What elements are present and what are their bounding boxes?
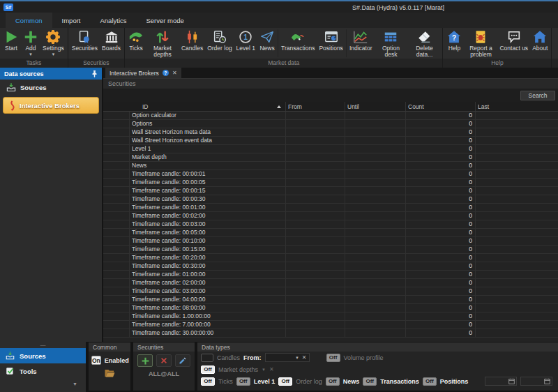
on-toggle-button[interactable]: On (91, 356, 101, 365)
table-row[interactable]: News0 (103, 162, 558, 170)
about-button[interactable]: About (530, 28, 550, 59)
dropdown-arrow-icon: ▼ (29, 52, 33, 56)
nav-item-tools[interactable]: Tools (0, 363, 86, 379)
chevron-down-icon: ▼ (295, 356, 299, 360)
help-button[interactable]: ? Help (444, 28, 464, 59)
cell-count: 0 (406, 187, 476, 195)
tab-common[interactable]: Common (6, 13, 52, 28)
cell-count: 0 (406, 229, 476, 236)
settings-button[interactable]: Settings ▼ (40, 28, 66, 59)
level1-toggle[interactable]: Off (236, 377, 250, 386)
inbox-icon (5, 351, 15, 361)
report-problem-button[interactable]: Report a problem (464, 28, 497, 59)
edit-security-button[interactable] (175, 354, 190, 367)
table-row[interactable]: Timeframe candle: 1.00:00:000 (103, 312, 558, 321)
table-row[interactable]: Timeframe candle: 03:00:000 (103, 287, 558, 296)
ticks-toggle[interactable]: Off (201, 377, 215, 386)
open-folder-icon[interactable] (104, 368, 116, 378)
indicator-button[interactable]: Indicator (347, 28, 375, 59)
add-button[interactable]: Add ▼ (21, 28, 40, 59)
column-header-id[interactable]: ID (103, 102, 286, 111)
positions-toggle[interactable]: Off (423, 377, 437, 386)
news-toggle[interactable]: Off (326, 377, 340, 386)
table-row[interactable]: Timeframe candle: 00:00:010 (103, 170, 558, 179)
document-tab-bar: Interactive Brokers ? ✕ (103, 68, 558, 78)
cell-count: 0 (406, 128, 476, 136)
column-header-until[interactable]: Until (345, 102, 406, 111)
table-row[interactable]: Wall Street Horizon meta data0 (103, 128, 558, 137)
sidebar-item-interactive-brokers[interactable]: Interactive Brokers (3, 97, 99, 114)
cell-id: Timeframe candle: 00:10:00 (130, 237, 286, 245)
remove-security-button[interactable] (156, 354, 172, 367)
table-row[interactable]: Timeframe candle: 00:10:000 (103, 237, 558, 246)
market-depths-combo[interactable]: ▼ ✕ (262, 366, 274, 372)
table-row[interactable]: Timeframe candle: 00:20:000 (103, 254, 558, 262)
close-icon[interactable]: ✕ (172, 70, 177, 76)
table-row[interactable]: Timeframe candle: 00:05:000 (103, 229, 558, 237)
candles-checkbox[interactable] (201, 354, 213, 362)
start-button[interactable]: Start (1, 28, 21, 59)
table-row[interactable]: Timeframe candle: 00:03:000 (103, 220, 558, 229)
date-until-input[interactable] (520, 377, 552, 386)
contact-us-button[interactable]: Contact us (497, 28, 530, 59)
column-header-last[interactable]: Last (476, 102, 558, 111)
securities-button[interactable]: Securities (70, 28, 100, 59)
tab-import[interactable]: Import (52, 13, 91, 28)
add-security-button[interactable] (137, 354, 153, 367)
table-row[interactable]: Timeframe candle: 00:01:000 (103, 204, 558, 212)
transactions-toggle[interactable]: Off (363, 377, 377, 386)
sidebar-item-label: Sources (20, 84, 47, 91)
table-row[interactable]: Timeframe candle: 02:00:000 (103, 279, 558, 287)
search-button[interactable]: Search (520, 91, 555, 100)
table-row[interactable]: Timeframe candle: 7.00:00:000 (103, 321, 558, 329)
candlestick-icon (185, 29, 200, 45)
table-row[interactable]: Timeframe candle: 00:00:300 (103, 195, 558, 204)
table-row[interactable]: Timeframe candle: 04:00:000 (103, 296, 558, 304)
table-row[interactable]: Timeframe candle: 00:00:050 (103, 179, 558, 187)
boards-button[interactable]: Boards (100, 28, 123, 59)
market-depths-button[interactable]: Market depths (146, 28, 179, 59)
option-desk-button[interactable]: Option desk (374, 28, 407, 59)
volume-profile-toggle[interactable]: Off (326, 354, 340, 362)
chevron-down-icon[interactable]: ▼ (73, 382, 77, 386)
sidebar-item-sources[interactable]: Sources (0, 80, 102, 96)
splitter-handle[interactable]: — (0, 342, 86, 348)
help-circle-icon[interactable]: ? (163, 70, 169, 76)
market-depths-row: Off Market depths ▼ ✕ (197, 363, 558, 375)
table-row[interactable]: Timeframe candle: 00:30:000 (103, 262, 558, 271)
candles-button[interactable]: Candles (179, 28, 205, 59)
column-header-count[interactable]: Count (406, 102, 476, 111)
table-row[interactable]: Timeframe candle: 08:00:000 (103, 304, 558, 312)
table-row[interactable]: Level 10 (103, 145, 558, 153)
order-log-toggle[interactable]: Off (278, 377, 292, 386)
clear-icon[interactable]: ✕ (302, 355, 307, 361)
table-row[interactable]: Timeframe candle: 01:00:000 (103, 271, 558, 279)
level1-button[interactable]: 1 Level 1 (234, 28, 257, 59)
candles-timeframe-combo[interactable]: ▼ ✕ (265, 353, 310, 362)
nav-item-sources[interactable]: Sources (0, 348, 86, 363)
pin-icon[interactable] (91, 70, 98, 77)
table-row[interactable]: Timeframe candle: 00:15:000 (103, 246, 558, 254)
cell-id: Timeframe candle: 02:00:00 (130, 279, 286, 287)
delete-data-button[interactable]: Delete data... (407, 28, 441, 59)
table-row[interactable]: Timeframe candle: 00:02:000 (103, 212, 558, 220)
doc-tab-interactive-brokers[interactable]: Interactive Brokers ? ✕ (105, 68, 181, 78)
positions-button[interactable]: Positions (317, 28, 345, 59)
table-row[interactable]: Options0 (103, 120, 558, 128)
transactions-button[interactable]: Transactions (279, 28, 317, 59)
column-header-from[interactable]: From (286, 102, 345, 111)
table-row[interactable]: Option calculator0 (103, 112, 558, 120)
table-row[interactable]: Timeframe candle: 00:00:150 (103, 187, 558, 195)
market-depths-toggle[interactable]: Off (201, 365, 215, 374)
date-from-input[interactable] (485, 377, 517, 386)
cell-count: 0 (406, 212, 476, 220)
news-button[interactable]: News (257, 28, 277, 59)
table-row[interactable]: Wall Street Horizon event data0 (103, 137, 558, 145)
table-row[interactable]: Timeframe candle: 30.00:00:000 (103, 329, 558, 338)
ticks-button[interactable]: Ticks (126, 28, 146, 59)
tab-server-mode[interactable]: Server mode (137, 13, 194, 28)
table-row[interactable]: Market depth0 (103, 153, 558, 162)
volume-profile-label: Volume profile (344, 354, 384, 361)
tab-analytics[interactable]: Analytics (90, 13, 136, 28)
order-log-button[interactable]: Order log (205, 28, 234, 59)
